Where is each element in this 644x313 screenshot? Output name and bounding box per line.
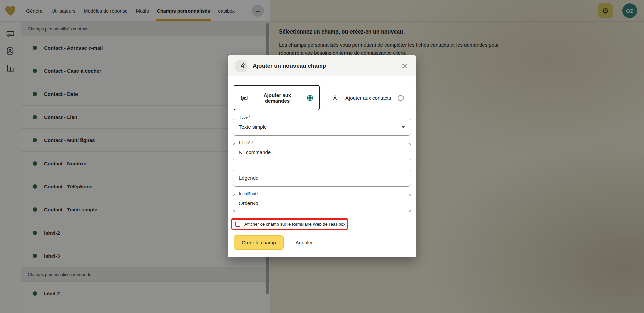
edit-field-icon: [235, 60, 248, 72]
option-card-contacts[interactable]: Ajouter aux contacts: [325, 85, 410, 110]
identifiant-input[interactable]: [233, 194, 411, 212]
radio-selected-icon[interactable]: [307, 95, 313, 101]
easibox-checkbox-label: Afficher ce champ sur le formulaire Web …: [244, 222, 346, 227]
modal-body: Ajouter aux demandes Ajouter aux contact…: [228, 76, 416, 250]
legende-input[interactable]: [233, 169, 411, 186]
settings-page: Sélectionnez un champ, ou créez-en un no…: [0, 0, 644, 313]
identifiant-field-wrap: Identifiant *: [233, 194, 411, 212]
easibox-checkbox[interactable]: [235, 222, 240, 227]
option-label: Ajouter aux demandes: [253, 92, 302, 104]
libelle-field-wrap: Libellé *: [233, 143, 411, 161]
chevron-down-icon: [401, 126, 405, 128]
libelle-input[interactable]: [233, 143, 411, 161]
radio-unselected-icon[interactable]: [398, 95, 404, 101]
modal-title: Ajouter un nouveau champ: [253, 63, 326, 69]
target-option-cards: Ajouter aux demandes Ajouter aux contact…: [234, 85, 410, 110]
contact-person-icon: [331, 94, 339, 102]
demande-bubble-icon: [240, 94, 248, 102]
modal-actions: Créer le champ Annuler: [234, 235, 411, 250]
option-label: Ajouter aux contacts: [343, 95, 393, 101]
legende-field-wrap: [233, 169, 411, 187]
option-card-demandes[interactable]: Ajouter aux demandes: [234, 85, 320, 110]
modal-header: Ajouter un nouveau champ: [228, 55, 416, 76]
cancel-button[interactable]: Annuler: [296, 240, 313, 245]
easibox-checkbox-row-highlighted: Afficher ce champ sur le formulaire Web …: [231, 218, 348, 230]
create-field-button[interactable]: Créer le champ: [234, 235, 284, 250]
type-select-value: Texte simple: [233, 118, 411, 135]
close-icon[interactable]: [401, 63, 408, 69]
type-select[interactable]: Type * Texte simple: [233, 118, 411, 136]
add-field-modal: Ajouter un nouveau champ Ajouter aux dem…: [228, 55, 416, 257]
